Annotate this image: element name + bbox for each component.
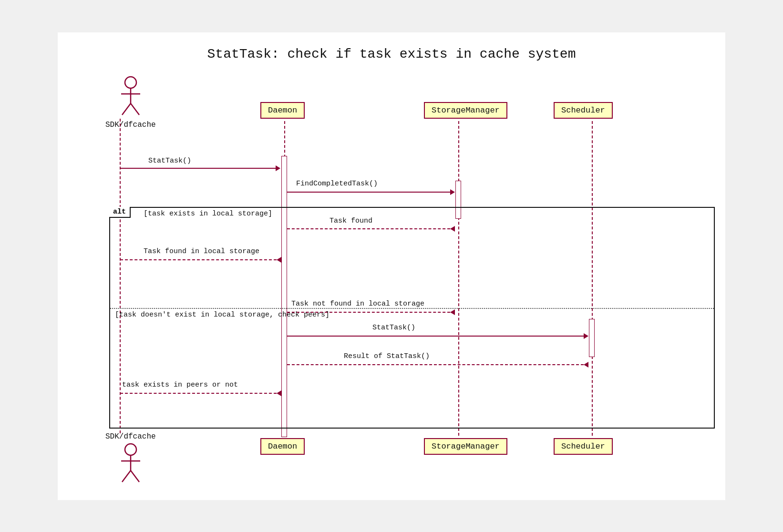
svg-line-9	[131, 471, 139, 482]
arrow-task-found-local	[120, 257, 281, 263]
diagram-area: SDK/dfcache Daemon StorageManager Schedu…	[77, 76, 706, 486]
svg-line-4	[131, 103, 139, 115]
arrow-result-stat	[287, 362, 588, 368]
lifeline-daemon-bottom: Daemon	[260, 438, 305, 455]
svg-point-0	[125, 77, 136, 88]
label-stat-task2: StatTask()	[372, 324, 415, 332]
svg-line-3	[122, 103, 131, 115]
actor-sdk-bottom: SDK/dfcache	[105, 432, 156, 486]
actor-sdk-top-label: SDK/dfcache	[105, 121, 156, 129]
alt-divider	[110, 308, 714, 309]
svg-line-8	[122, 471, 131, 482]
arrow-task-not-found	[287, 309, 455, 315]
stick-figure-sdk-top	[116, 76, 145, 119]
arrow-task-found	[287, 226, 455, 232]
label-task-found: Task found	[330, 217, 372, 225]
arrow-stat-task2	[287, 333, 588, 339]
label-result-stat: Result of StatTask()	[344, 352, 430, 360]
lifeline-storage-top: StorageManager	[424, 102, 507, 119]
label-stat-task: StatTask()	[148, 157, 191, 165]
lifeline-daemon-top: Daemon	[260, 102, 305, 119]
arrow-find-completed	[287, 189, 455, 195]
alt-guard1: [task exists in local storage]	[144, 210, 272, 218]
label-task-found-local: Task found in local storage	[144, 247, 259, 256]
arrow-stat-task	[120, 165, 280, 171]
svg-point-5	[125, 444, 136, 455]
alt-label: alt	[109, 207, 131, 218]
label-task-peers: task exists in peers or not	[122, 381, 238, 389]
lifeline-storage-bottom: StorageManager	[424, 438, 507, 455]
stick-figure-sdk-bottom	[116, 443, 145, 486]
actor-sdk-bottom-label: SDK/dfcache	[105, 432, 156, 441]
label-task-not-found: Task not found in local storage	[291, 300, 424, 308]
label-find-completed: FindCompletedTask()	[296, 180, 378, 188]
actor-sdk-top: SDK/dfcache	[105, 76, 156, 129]
lifeline-scheduler-top: Scheduler	[554, 102, 613, 119]
diagram-title: StatTask: check if task exists in cache …	[77, 47, 706, 61]
arrow-task-peers	[120, 390, 281, 396]
diagram-container: StatTask: check if task exists in cache …	[58, 32, 725, 500]
lifeline-scheduler-bottom: Scheduler	[554, 438, 613, 455]
